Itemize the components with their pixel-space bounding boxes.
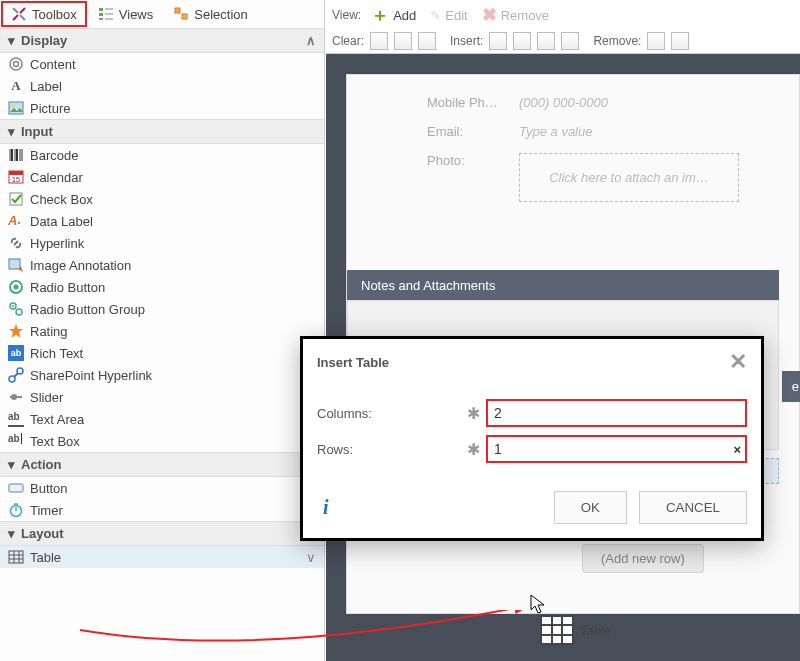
chevron-down-icon: ▾: [8, 457, 15, 472]
add-view-button[interactable]: ＋Add: [367, 6, 420, 25]
notes-section-header: Notes and Attachments: [347, 270, 779, 301]
clear-icon-2[interactable]: [394, 32, 412, 50]
item-checkbox[interactable]: Check Box: [0, 188, 324, 210]
slider-icon: [8, 389, 24, 405]
svg-point-27: [16, 309, 22, 315]
clear-icon-1[interactable]: [370, 32, 388, 50]
item-picture[interactable]: Picture: [0, 97, 324, 119]
tab-selection[interactable]: Selection: [164, 1, 256, 27]
info-icon[interactable]: i: [323, 496, 329, 519]
edit-label: Edit: [445, 8, 467, 23]
item-richtext[interactable]: ab Rich Text: [0, 342, 324, 364]
svg-point-31: [11, 394, 17, 400]
item-imageannotation[interactable]: Image Annotation: [0, 254, 324, 276]
ok-button[interactable]: OK: [554, 491, 627, 524]
item-radiobutton[interactable]: Radio Button: [0, 276, 324, 298]
item-textarea[interactable]: ab Text Area: [0, 408, 324, 430]
svg-rect-0: [99, 8, 103, 11]
remove-label: Remove: [501, 8, 549, 23]
svg-rect-22: [9, 259, 20, 269]
section-layout[interactable]: ▾ Layout: [0, 521, 324, 546]
svg-point-24: [14, 285, 19, 290]
item-barcode[interactable]: Barcode: [0, 144, 324, 166]
add-label: Add: [393, 8, 416, 23]
rows-input[interactable]: [486, 435, 747, 463]
table-icon: [8, 549, 24, 565]
at-icon: [8, 56, 24, 72]
svg-rect-6: [175, 8, 180, 13]
photo-dropzone[interactable]: Click here to attach an im…: [519, 153, 739, 202]
insert-icon-4[interactable]: [561, 32, 579, 50]
insert-icon-2[interactable]: [513, 32, 531, 50]
section-input[interactable]: ▾ Input: [0, 119, 324, 144]
item-hyperlink[interactable]: Hyperlink: [0, 232, 324, 254]
item-radiobutton-label: Radio Button: [30, 280, 105, 295]
item-sharepointhyperlink-label: SharePoint Hyperlink: [30, 368, 152, 383]
add-new-row-button[interactable]: (Add new row): [582, 544, 704, 573]
chevron-down-icon: ▾: [8, 33, 15, 48]
svg-rect-10: [9, 102, 23, 114]
item-table[interactable]: Table ∨: [0, 546, 324, 568]
barcode-icon: [8, 147, 24, 163]
item-label[interactable]: A Label: [0, 75, 324, 97]
edit-view-button[interactable]: ✎Edit: [426, 6, 471, 25]
item-radiobuttongroup-label: Radio Button Group: [30, 302, 145, 317]
item-calendar[interactable]: 15 Calendar: [0, 166, 324, 188]
photo-label: Photo:: [427, 153, 507, 168]
remove-view-button[interactable]: ✖Remove: [478, 2, 553, 28]
section-display[interactable]: ▾ Display ∧: [0, 28, 324, 53]
plus-icon: ＋: [371, 8, 389, 22]
item-label-label: Label: [30, 79, 62, 94]
item-button[interactable]: Button: [0, 477, 324, 499]
svg-rect-2: [99, 18, 103, 20]
item-hyperlink-label: Hyperlink: [30, 236, 84, 251]
item-rating[interactable]: Rating: [0, 320, 324, 342]
svg-point-28: [9, 376, 15, 382]
email-label: Email:: [427, 124, 507, 139]
richtext-icon: ab: [8, 345, 24, 361]
email-placeholder[interactable]: Type a value: [519, 124, 592, 139]
pencil-icon: ✎: [430, 8, 441, 23]
item-radiobuttongroup[interactable]: Radio Button Group: [0, 298, 324, 320]
section-action[interactable]: ▾ Action: [0, 452, 324, 477]
clear-input-icon[interactable]: ×: [733, 442, 741, 457]
item-richtext-label: Rich Text: [30, 346, 83, 361]
item-sharepointhyperlink[interactable]: SharePoint Hyperlink: [0, 364, 324, 386]
item-datalabel[interactable]: A• Data Label: [0, 210, 324, 232]
section-e-frag: e: [782, 371, 800, 402]
selection-icon: [173, 6, 189, 22]
remove-icon-1[interactable]: [647, 32, 665, 50]
item-content[interactable]: Content: [0, 53, 324, 75]
item-calendar-label: Calendar: [30, 170, 83, 185]
insert-icon-3[interactable]: [537, 32, 555, 50]
mobile-placeholder[interactable]: (000) 000-0000: [519, 95, 608, 110]
item-datalabel-label: Data Label: [30, 214, 93, 229]
tab-selection-label: Selection: [194, 7, 247, 22]
item-timer[interactable]: Timer: [0, 499, 324, 521]
panel-tabs: Toolbox Views Selection: [0, 0, 324, 28]
item-button-label: Button: [30, 481, 68, 496]
toolbox-panel: Toolbox Views Selection ▾ Display ∧ Cont…: [0, 0, 325, 661]
svg-rect-32: [9, 484, 23, 492]
item-slider[interactable]: Slider: [0, 386, 324, 408]
columns-input[interactable]: [486, 399, 747, 427]
dialog-close-icon[interactable]: ✕: [729, 349, 747, 375]
radio-group-icon: [8, 301, 24, 317]
clear-label: Clear:: [332, 34, 364, 48]
tab-toolbox[interactable]: Toolbox: [1, 1, 87, 27]
cancel-button[interactable]: CANCEL: [639, 491, 747, 524]
item-imageannotation-label: Image Annotation: [30, 258, 131, 273]
sharepoint-link-icon: [8, 367, 24, 383]
wrench-icon: [11, 6, 27, 22]
section-input-label: Input: [21, 124, 53, 139]
insert-icon-1[interactable]: [489, 32, 507, 50]
svg-point-8: [10, 58, 22, 70]
drag-ghost-label: Table: [580, 623, 611, 638]
item-textbox[interactable]: ab Text Box: [0, 430, 324, 452]
item-textbox-label: Text Box: [30, 434, 80, 449]
remove-icon-2[interactable]: [671, 32, 689, 50]
item-slider-label: Slider: [30, 390, 63, 405]
clear-icon-3[interactable]: [418, 32, 436, 50]
tab-views[interactable]: Views: [89, 1, 162, 27]
table-icon: [540, 615, 574, 645]
